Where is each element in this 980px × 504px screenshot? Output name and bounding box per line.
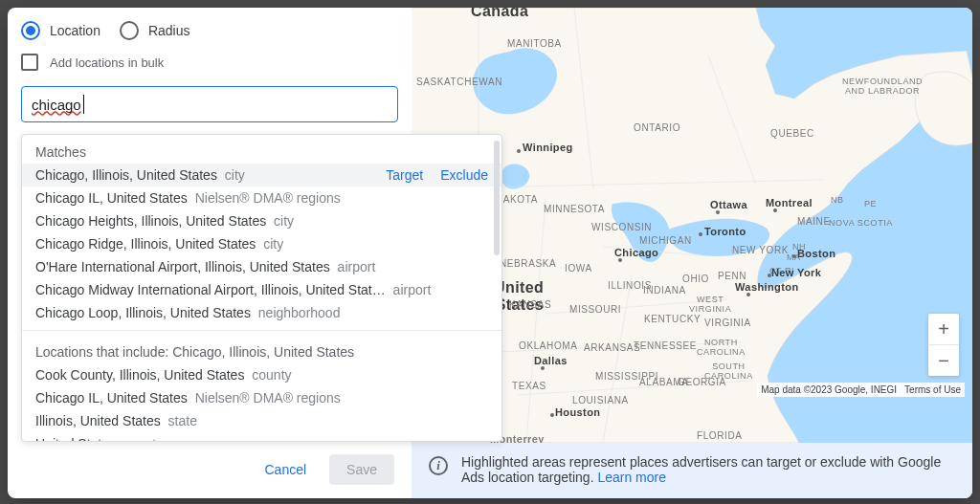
suggestion-row[interactable]: United States country [22, 432, 501, 441]
suggestion-name: Chicago IL, United States [35, 190, 188, 206]
suggestion-name: Chicago Loop, Illinois, United States [35, 305, 251, 320]
map-label-quebec: QUEBEC [770, 128, 814, 139]
map-city-dallas: Dallas [534, 355, 568, 366]
map-label-ncarolina: NORTH CAROLINA [697, 338, 746, 357]
suggestion-type: airport [390, 282, 432, 297]
map-label-texas: TEXAS [512, 381, 546, 391]
map-label-scarolina: SOUTH CAROLINA [704, 362, 753, 381]
dialog-footer: Cancel Save [8, 443, 412, 498]
map-city-washington: Washington [735, 281, 799, 293]
suggestion-row[interactable]: Chicago Ridge, Illinois, United States c… [22, 232, 501, 255]
suggestion-row[interactable]: Chicago IL, United States Nielsen® DMA® … [22, 386, 501, 409]
learn-more-link[interactable]: Learn more [597, 470, 666, 485]
target-link[interactable]: Target [386, 167, 423, 183]
suggestion-name: Illinois, United States [35, 413, 161, 428]
radio-empty-icon [120, 21, 139, 40]
suggestion-row[interactable]: Chicago Loop, Illinois, United States ne… [22, 301, 501, 324]
zoom-in-button[interactable]: + [928, 314, 959, 344]
map-label-canada: Canada [471, 8, 528, 20]
suggestion-row[interactable]: Cook County, Illinois, United States cou… [22, 363, 501, 386]
map-label-michigan: MICHIGAN [639, 235, 692, 246]
radio-location[interactable]: Location [21, 21, 100, 40]
city-dot [792, 254, 796, 258]
suggestion-row[interactable]: Chicago, Illinois, United States cityTar… [22, 164, 501, 186]
map-label-penn: PENN [718, 271, 746, 281]
bulk-row[interactable]: Add locations in bulk [8, 48, 412, 75]
matches-section-label: Matches [22, 135, 501, 164]
suggestion-type: city [270, 213, 294, 229]
dropdown-scroll[interactable]: Matches Chicago, Illinois, United States… [22, 135, 501, 441]
save-button[interactable]: Save [329, 454, 394, 485]
notice-text: Highlighted areas represent places adver… [461, 454, 941, 485]
location-suggestions-dropdown: Matches Chicago, Illinois, United States… [21, 134, 502, 442]
map-label-wvirginia: WEST VIRGINIA [689, 295, 731, 314]
city-dot [699, 232, 702, 236]
city-dot [746, 293, 750, 296]
exclude-link[interactable]: Exclude [440, 167, 488, 183]
suggestion-row[interactable]: Chicago IL, United States Nielsen® DMA® … [22, 186, 501, 209]
suggestion-name: Cook County, Illinois, United States [35, 367, 244, 383]
city-dot [716, 210, 720, 214]
include-section-label: Locations that include: Chicago, Illinoi… [22, 335, 501, 363]
map-label-maine: MAINE [797, 216, 831, 227]
map-label-pe: PE [864, 199, 877, 208]
cancel-button[interactable]: Cancel [251, 454, 320, 485]
map-label-kansas: KANSAS [509, 299, 551, 310]
location-dialog: Location Radius Add locations in bulk ch… [8, 8, 972, 498]
suggestion-type: state [165, 413, 197, 428]
radio-dot-icon [21, 21, 40, 40]
suggestion-name: Chicago IL, United States [35, 390, 188, 405]
suggestion-row[interactable]: Chicago Midway International Airport, Il… [22, 278, 501, 301]
map-label-indiana: INDIANA [643, 285, 686, 296]
map-city-montreal: Montreal [766, 197, 813, 208]
suggestion-type: county [248, 367, 291, 383]
search-wrap: chicago [8, 75, 412, 130]
suggestion-row[interactable]: Illinois, United States state [22, 409, 501, 432]
map-label-florida: FLORIDA [697, 430, 743, 441]
suggestion-name: United States [35, 436, 116, 441]
radio-radius-label: Radius [148, 23, 190, 38]
info-notice: i Highlighted areas represent places adv… [412, 443, 972, 498]
map-city-chicago: Chicago [614, 247, 658, 258]
map-city-boston: Boston [797, 248, 835, 259]
map-label-louisiana: LOUISIANA [572, 395, 629, 405]
suggestion-type: city [259, 236, 283, 252]
map-city-houston: Houston [555, 406, 600, 418]
map-label-virginia: VIRGINIA [704, 318, 751, 328]
suggestion-row[interactable]: Chicago Heights, Illinois, United States… [22, 209, 501, 232]
city-dot [541, 366, 545, 370]
map-label-newfoundland: NEWFOUNDLAND AND LABRADOR [842, 77, 923, 96]
location-search-input[interactable]: chicago [21, 86, 398, 122]
map-label-manitoba: MANITOBA [507, 38, 562, 49]
search-value: chicago [32, 97, 81, 113]
zoom-out-button[interactable]: − [928, 345, 959, 376]
map-label-wisconsin: WISCONSIN [591, 222, 652, 232]
dropdown-divider [22, 330, 501, 331]
suggestion-name: O'Hare International Airport, Illinois, … [35, 259, 330, 274]
suggestion-row[interactable]: O'Hare International Airport, Illinois, … [22, 255, 501, 278]
city-dot [773, 208, 777, 212]
city-dot [618, 258, 622, 262]
map-label-tennessee: TENNESSEE [634, 340, 697, 351]
map-label-oklahoma: OKLAHOMA [519, 340, 577, 351]
map-terms-link[interactable]: Terms of Use [904, 384, 961, 395]
radio-location-label: Location [50, 23, 100, 38]
notice-text-container: Highlighted areas represent places adver… [461, 454, 955, 485]
map-label-nebraska: NEBRASKA [500, 258, 556, 269]
map-label-minnesota: MINNESOTA [544, 204, 605, 214]
map-label-nystate: NEW YORK [732, 245, 789, 255]
radio-radius[interactable]: Radius [120, 21, 190, 40]
map-label-ohio: OHIO [682, 274, 709, 284]
city-dot [550, 413, 554, 417]
map-label-iowa: IOWA [565, 263, 592, 274]
checkbox-icon[interactable] [21, 54, 38, 71]
suggestion-name: Chicago, Illinois, United States [35, 167, 217, 183]
map-city-ottawa: Ottawa [710, 199, 747, 210]
map-city-winnipeg: Winnipeg [523, 142, 573, 153]
map-attribution: Map data ©2023 Google, INEGI Terms of Us… [757, 383, 965, 397]
map-label-saskatchewan: SASKATCHEWAN [416, 77, 502, 87]
map-city-newyork: New York [771, 267, 821, 278]
left-pane: Location Radius Add locations in bulk ch… [8, 8, 412, 498]
suggestion-name: Chicago Heights, Illinois, United States [35, 213, 266, 229]
map-label-missouri: MISSOURI [569, 304, 621, 315]
